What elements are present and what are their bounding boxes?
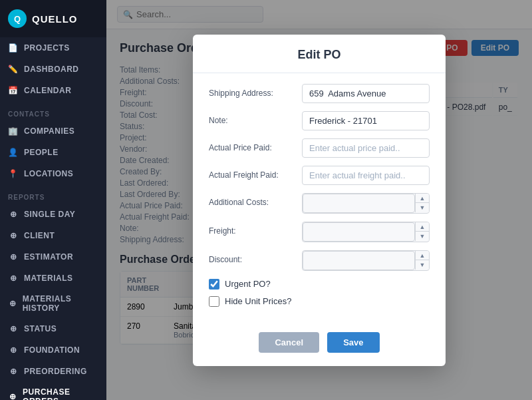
status-icon: ⊕ [8,323,19,334]
locations-icon: 📍 [8,168,19,179]
sidebar-item-companies[interactable]: 🏢 COMPANIES [0,120,106,142]
sidebar-item-client[interactable]: ⊕ CLIENT [0,225,106,246]
urgent-po-row: Urgent PO? [209,279,430,290]
freight-spinner-input[interactable] [303,222,415,242]
urgent-po-checkbox[interactable] [209,279,219,290]
companies-icon: 🏢 [8,126,19,136]
preordering-icon: ⊕ [8,366,19,377]
additional-costs-down-btn[interactable]: ▼ [416,203,429,212]
actual-freight-field: Actual Freight Paid: [209,166,430,185]
freight-up-btn[interactable]: ▲ [416,222,429,232]
discount-down-btn[interactable]: ▼ [416,260,429,270]
main-content: 🔍 Purchase Order #28 🚩 Void PO Edit PO T… [106,0,532,400]
urgent-po-label: Urgent PO? [225,279,271,289]
sidebar-item-estimator[interactable]: ⊕ ESTIMATOR [0,246,106,268]
shipping-address-field: Shipping Address: [209,84,430,103]
note-label: Note: [209,111,302,125]
edit-po-modal: Edit PO Shipping Address: Note: Actual P… [193,35,446,366]
freight-spinner-btns: ▲ ▼ [415,222,429,241]
purchase-orders-icon: ⊕ [8,391,17,400]
actual-price-input-wrap [302,138,430,158]
note-input-wrap [302,111,430,130]
contacts-section-label: CONTACTS [0,101,106,120]
actual-freight-input-wrap [302,166,430,185]
sidebar-item-materials[interactable]: ⊕ MATERIALS [0,268,106,289]
materials-history-icon: ⊕ [8,298,17,309]
hide-unit-prices-row: Hide Unit Prices? [209,296,430,307]
modal-title: Edit PO [193,35,446,73]
shipping-address-input-wrap [302,84,430,103]
freight-down-btn[interactable]: ▼ [416,232,429,241]
modal-footer: Cancel Save [193,324,446,366]
people-icon: 👤 [8,147,19,158]
dashboard-icon: ✏️ [8,64,19,75]
sidebar-item-locations[interactable]: 📍 LOCATIONS [0,163,106,184]
sidebar: Q QUELLO 📄 PROJECTS ✏️ DASHBOARD 📅 CALEN… [0,0,106,400]
projects-icon: 📄 [8,43,19,53]
shipping-address-input[interactable] [302,84,430,103]
reports-section-label: REPORTS [0,184,106,204]
hide-unit-prices-label: Hide Unit Prices? [225,296,291,306]
discount-modal-field: Discount: ▲ ▼ [209,250,430,271]
actual-price-input[interactable] [302,138,430,158]
sidebar-item-status[interactable]: ⊕ STATUS [0,318,106,339]
foundation-icon: ⊕ [8,345,19,355]
actual-price-field: Actual Price Paid: [209,138,430,158]
discount-up-btn[interactable]: ▲ [416,251,429,260]
sidebar-item-foundation[interactable]: ⊕ FOUNDATION [0,339,106,361]
modal-body: Shipping Address: Note: Actual Price Pai… [193,73,446,324]
discount-spinner-btns: ▲ ▼ [415,251,429,270]
additional-costs-field: Additional Costs: ▲ ▼ [209,193,430,214]
additional-costs-modal-label: Additional Costs: [209,193,302,207]
additional-costs-spinner-btns: ▲ ▼ [415,194,429,212]
freight-spinner: ▲ ▼ [302,222,430,242]
modal-overlay: Edit PO Shipping Address: Note: Actual P… [106,0,532,400]
additional-costs-spinner: ▲ ▼ [302,193,430,214]
discount-modal-label: Discount: [209,250,302,264]
note-input[interactable] [302,111,430,130]
actual-price-paid-label: Actual Price Paid: [209,138,302,152]
freight-modal-label: Freight: [209,222,302,236]
actual-freight-paid-label: Actual Freight Paid: [209,166,302,180]
sidebar-item-materials-history[interactable]: ⊕ MATERIALS HISTORY [0,289,106,318]
cancel-button[interactable]: Cancel [259,332,319,353]
discount-spinner-input[interactable] [303,251,415,270]
materials-icon: ⊕ [8,273,19,284]
sidebar-item-calendar[interactable]: 📅 CALENDAR [0,80,106,101]
additional-costs-up-btn[interactable]: ▲ [416,194,429,203]
sidebar-item-purchase-orders[interactable]: ⊕ PURCHASE ORDERS [0,382,106,400]
logo-area: Q QUELLO [0,0,106,37]
freight-modal-field: Freight: ▲ ▼ [209,222,430,242]
logo-icon: Q [8,9,27,28]
sidebar-item-single-day[interactable]: ⊕ SINGLE DAY [0,204,106,225]
sidebar-item-dashboard[interactable]: ✏️ DASHBOARD [0,59,106,80]
sidebar-item-projects[interactable]: 📄 PROJECTS [0,37,106,59]
sidebar-item-preordering[interactable]: ⊕ PREORDERING [0,361,106,382]
estimator-icon: ⊕ [8,252,19,262]
calendar-icon: 📅 [8,85,19,96]
hide-unit-prices-checkbox[interactable] [209,296,219,307]
note-field: Note: [209,111,430,130]
sidebar-item-people[interactable]: 👤 PEOPLE [0,142,106,163]
client-icon: ⊕ [8,230,19,241]
actual-freight-input[interactable] [302,166,430,185]
single-day-icon: ⊕ [8,209,19,220]
shipping-address-label: Shipping Address: [209,84,302,98]
additional-costs-spinner-input[interactable] [303,194,415,213]
save-button[interactable]: Save [327,332,379,353]
logo-text: QUELLO [32,13,78,25]
discount-spinner: ▲ ▼ [302,250,430,271]
